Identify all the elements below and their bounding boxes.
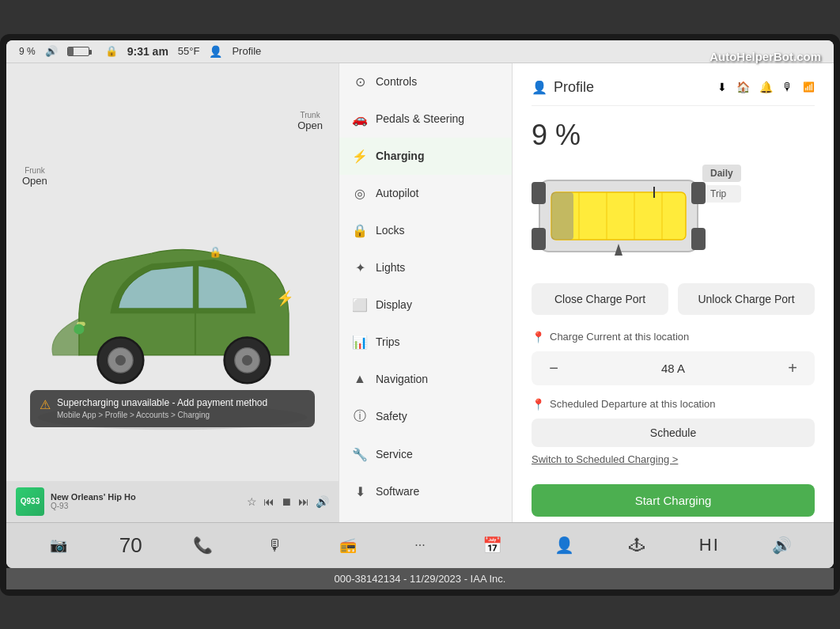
menu-item-pedals[interactable]: 🚗 Pedals & Steering — [339, 100, 512, 138]
upgrades-icon: 🛍 — [352, 521, 368, 522]
menu-item-upgrades[interactable]: 🛍 Upgrades — [339, 510, 512, 522]
menu-item-service[interactable]: 🔧 Service — [339, 436, 512, 473]
controls-label: Controls — [376, 75, 417, 88]
music-controls[interactable]: ☆ ⏮ ⏹ ⏭ 🔊 — [247, 495, 329, 508]
profile-icon: 👤 — [209, 45, 222, 58]
svg-text:⚡: ⚡ — [276, 289, 294, 307]
taskbar: 📷 70 📞 🎙 📻 ··· 📅 👤 🕹 — [6, 522, 834, 568]
stop-icon[interactable]: ⏹ — [281, 495, 292, 508]
svg-rect-14 — [532, 228, 546, 250]
schedule-section: 📍 Scheduled Departure at this location S… — [532, 398, 815, 465]
taskbar-volume[interactable]: 🔊 — [746, 529, 818, 562]
svg-rect-22 — [551, 192, 573, 240]
pedals-icon: 🚗 — [352, 112, 368, 127]
supercharge-text: Supercharging unavailable - Add payment … — [57, 396, 267, 421]
supercharge-banner: ⚠ Supercharging unavailable - Add paymen… — [30, 390, 315, 427]
decrease-current-button[interactable]: − — [544, 359, 563, 377]
menu-item-trips[interactable]: 📊 Trips — [339, 324, 512, 361]
menu-item-display[interactable]: ⬜ Display — [339, 286, 512, 324]
calendar-icon: 📅 — [482, 536, 502, 555]
header-icons: ⬇ 🏠 🔔 🎙 📶 — [717, 81, 815, 93]
close-charge-port-button[interactable]: Close Charge Port — [532, 283, 668, 315]
lock-icon: 🔒 — [105, 45, 118, 57]
autopilot-icon: ◎ — [352, 186, 368, 201]
taskbar-radio[interactable]: 📻 — [312, 529, 384, 562]
menu-item-lights[interactable]: ✦ Lights — [339, 249, 512, 286]
taskbar-camera[interactable]: 📷 — [22, 529, 94, 562]
scheduled-departure-label: 📍 Scheduled Departure at this location — [532, 398, 815, 411]
next-track-icon[interactable]: ⏭ — [298, 495, 309, 508]
alert-icon[interactable]: 🔔 — [759, 81, 773, 93]
svg-point-5 — [115, 354, 126, 365]
safety-icon: ⓘ — [352, 408, 368, 425]
unlock-charge-port-button[interactable]: Unlock Charge Port — [678, 283, 815, 315]
battery-vis-area: Daily Trip — [532, 165, 815, 267]
svg-point-10 — [74, 324, 84, 334]
daily-tab[interactable]: Daily — [702, 165, 741, 182]
menu-item-charging[interactable]: ⚡ Charging — [339, 138, 512, 175]
menu-item-autopilot[interactable]: ◎ Autopilot — [339, 175, 512, 212]
autopilot-label: Autopilot — [376, 187, 418, 199]
mic-icon[interactable]: 🎙 — [782, 81, 793, 93]
home-icon[interactable]: 🏠 — [736, 81, 750, 93]
safety-label: Safety — [376, 410, 407, 422]
caption-bar: 000-38142134 - 11/29/2023 - IAA Inc. — [6, 568, 834, 589]
trips-icon: 📊 — [352, 335, 368, 350]
increase-current-button[interactable]: + — [783, 359, 802, 377]
current-value: 48 A — [576, 362, 770, 375]
main-content: Trunk Open Frunk Open — [6, 63, 834, 522]
prev-track-icon[interactable]: ⏮ — [263, 495, 274, 508]
profile-taskbar-icon: 👤 — [554, 536, 574, 555]
display-label: Display — [376, 298, 412, 311]
taskbar-calendar[interactable]: 📅 — [456, 529, 528, 562]
clock: 9:31 am — [127, 45, 168, 58]
download-icon[interactable]: ⬇ — [717, 81, 727, 93]
music-subtitle: Q-93 — [51, 502, 240, 510]
navigation-label: Navigation — [376, 373, 428, 385]
music-info: New Orleans' Hip Ho Q-93 — [51, 492, 240, 510]
menu-item-controls[interactable]: ⊙ Controls — [339, 63, 512, 100]
service-label: Service — [376, 448, 413, 460]
bluetooth-icon: 🔊 — [45, 45, 58, 57]
trunk-status: Trunk Open — [297, 111, 323, 131]
profile-label[interactable]: Profile — [232, 45, 261, 57]
temperature: 55°F — [178, 45, 200, 57]
warning-icon: ⚠ — [40, 397, 51, 412]
location-pin2-icon: 📍 — [532, 398, 545, 411]
charging-label: Charging — [376, 150, 424, 162]
service-icon: 🔧 — [352, 447, 368, 462]
taskbar-mic[interactable]: 🎙 — [239, 529, 311, 562]
phone-icon: 📞 — [193, 536, 213, 555]
car-svg: ⚡ 🔒 — [6, 63, 339, 522]
speed-display: 70 — [94, 529, 166, 562]
soc-display: 9 % — [532, 119, 815, 152]
menu-item-safety[interactable]: ⓘ Safety — [339, 397, 512, 436]
menu-item-software[interactable]: ⬇ Software — [339, 473, 512, 510]
svg-rect-13 — [532, 182, 546, 204]
taskbar-phone[interactable]: 📞 — [167, 529, 239, 562]
schedule-button[interactable]: Schedule — [532, 419, 815, 447]
pedals-label: Pedals & Steering — [376, 112, 464, 125]
charge-current-label: 📍 Charge Current at this location — [532, 331, 815, 343]
charge-tabs: Daily Trip — [702, 165, 741, 203]
speaker-icon[interactable]: 🔊 — [316, 495, 329, 508]
hi-display: HI — [673, 529, 745, 562]
taskbar-profile[interactable]: 👤 — [528, 529, 600, 562]
mic-taskbar-icon: 🎙 — [267, 536, 283, 555]
favorite-icon[interactable]: ☆ — [247, 495, 257, 508]
menu-item-locks[interactable]: 🔒 Locks — [339, 212, 512, 249]
signal-icon[interactable]: 📶 — [803, 81, 815, 93]
switch-to-scheduled-link[interactable]: Switch to Scheduled Charging > — [532, 453, 815, 465]
charge-current-control: − 48 A + — [532, 351, 815, 385]
location-pin-icon: 📍 — [532, 331, 545, 343]
taskbar-more[interactable]: ··· — [384, 529, 456, 562]
start-charging-button[interactable]: Start Charging — [532, 484, 815, 517]
profile-header-icon: 👤 — [532, 80, 547, 95]
taskbar-game[interactable]: 🕹 — [601, 529, 673, 562]
svg-point-8 — [242, 354, 252, 365]
car-panel: Trunk Open Frunk Open — [6, 63, 339, 522]
menu-item-navigation[interactable]: ▲ Navigation — [339, 361, 512, 397]
music-player: Q933 New Orleans' Hip Ho Q-93 ☆ ⏮ ⏹ ⏭ 🔊 — [6, 481, 339, 522]
game-icon: 🕹 — [629, 536, 645, 555]
trip-tab[interactable]: Trip — [702, 185, 741, 203]
